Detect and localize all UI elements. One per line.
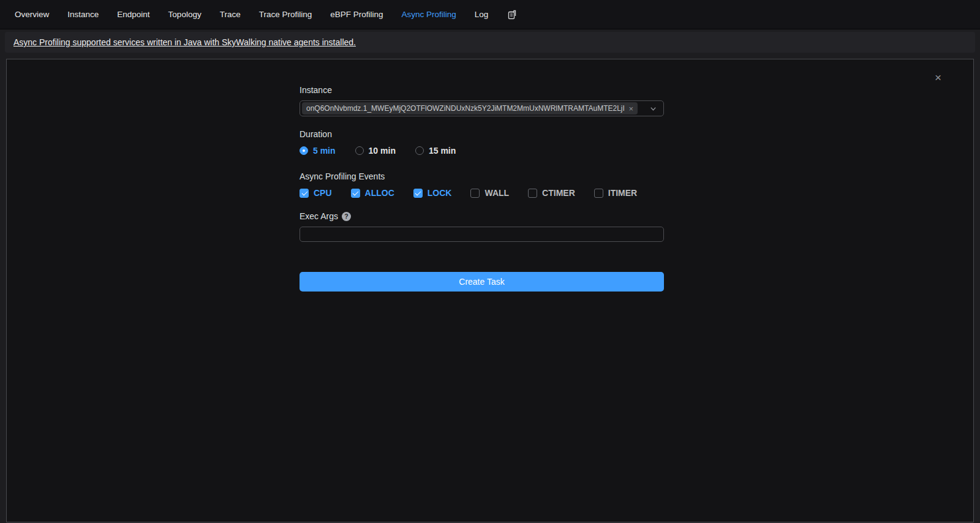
nav-item-overview[interactable]: Overview — [15, 0, 49, 29]
checkbox-label: LOCK — [428, 188, 452, 198]
checkbox-label: ITIMER — [608, 188, 637, 198]
exec-args-label: Exec Args — [300, 211, 338, 221]
checkbox-box — [413, 189, 423, 198]
radio-circle — [300, 146, 308, 155]
checkbox-box — [300, 189, 309, 198]
radio-circle — [355, 146, 364, 155]
tag-remove-icon[interactable]: × — [628, 105, 633, 113]
create-task-form: Instance onQ6OnNvbmdz.1_MWEyMjQ2OTFlOWZi… — [300, 85, 664, 292]
nav-item-ebpf-profiling[interactable]: eBPF Profiling — [330, 0, 383, 29]
checkbox-label: ALLOC — [365, 188, 394, 198]
checkbox-ctimer[interactable]: CTIMER — [528, 188, 575, 198]
close-icon[interactable]: × — [935, 72, 941, 83]
create-task-button[interactable]: Create Task — [300, 272, 664, 292]
nav-item-trace[interactable]: Trace — [220, 0, 241, 29]
info-banner: Async Profiling supported services writt… — [5, 32, 975, 53]
radio-label: 15 min — [429, 146, 456, 156]
checkbox-cpu[interactable]: CPU — [300, 188, 332, 198]
help-icon[interactable]: ? — [342, 212, 351, 221]
chevron-down-icon[interactable] — [649, 105, 657, 113]
radio-circle — [415, 146, 424, 155]
nav-item-endpoint[interactable]: Endpoint — [117, 0, 149, 29]
checkbox-label: CTIMER — [542, 188, 575, 198]
nav-item-async-profiling[interactable]: Async Profiling — [402, 0, 456, 29]
exec-args-input[interactable] — [300, 227, 664, 242]
checkbox-label: WALL — [484, 188, 509, 198]
checkbox-box — [594, 189, 603, 198]
radio-5-min[interactable]: 5 min — [300, 146, 336, 156]
nav-item-instance[interactable]: Instance — [67, 0, 99, 29]
checkbox-lock[interactable]: LOCK — [413, 188, 452, 198]
duration-label: Duration — [300, 129, 664, 139]
checkbox-wall[interactable]: WALL — [470, 188, 509, 198]
radio-10-min[interactable]: 10 min — [355, 146, 396, 156]
events-checkbox-group: CPU ALLOC LOCK WALL CTIMER — [300, 188, 664, 198]
instance-tag: onQ6OnNvbmdz.1_MWEyMjQ2OTFlOWZiNDUxNzk5Y… — [302, 102, 638, 115]
checkbox-box — [528, 189, 537, 198]
nav-item-trace-profiling[interactable]: Trace Profiling — [259, 0, 312, 29]
checkbox-itimer[interactable]: ITIMER — [594, 188, 637, 198]
documents-icon[interactable] — [507, 9, 518, 20]
duration-radio-group: 5 min 10 min 15 min — [300, 146, 664, 156]
async-profiling-panel: × Instance onQ6OnNvbmdz.1_MWEyMjQ2OTFlOW… — [6, 59, 974, 522]
banner-link[interactable]: Async Profiling supported services writt… — [13, 37, 356, 47]
radio-label: 10 min — [369, 146, 396, 156]
exec-args-label-row: Exec Args ? — [300, 211, 664, 221]
checkbox-label: CPU — [314, 188, 332, 198]
checkbox-box — [351, 189, 360, 198]
nav-item-log[interactable]: Log — [475, 0, 489, 29]
top-nav: Overview Instance Endpoint Topology Trac… — [0, 0, 980, 29]
checkbox-alloc[interactable]: ALLOC — [351, 188, 394, 198]
instance-label: Instance — [300, 85, 664, 95]
checkbox-box — [470, 189, 480, 198]
radio-label: 5 min — [313, 146, 336, 156]
nav-item-topology[interactable]: Topology — [168, 0, 202, 29]
instance-tag-text: onQ6OnNvbmdz.1_MWEyMjQ2OTFlOWZiNDUxNzk5Y… — [306, 104, 625, 113]
instance-select[interactable]: onQ6OnNvbmdz.1_MWEyMjQ2OTFlOWZiNDUxNzk5Y… — [300, 100, 664, 116]
events-label: Async Profiling Events — [300, 171, 664, 181]
radio-15-min[interactable]: 15 min — [415, 146, 456, 156]
